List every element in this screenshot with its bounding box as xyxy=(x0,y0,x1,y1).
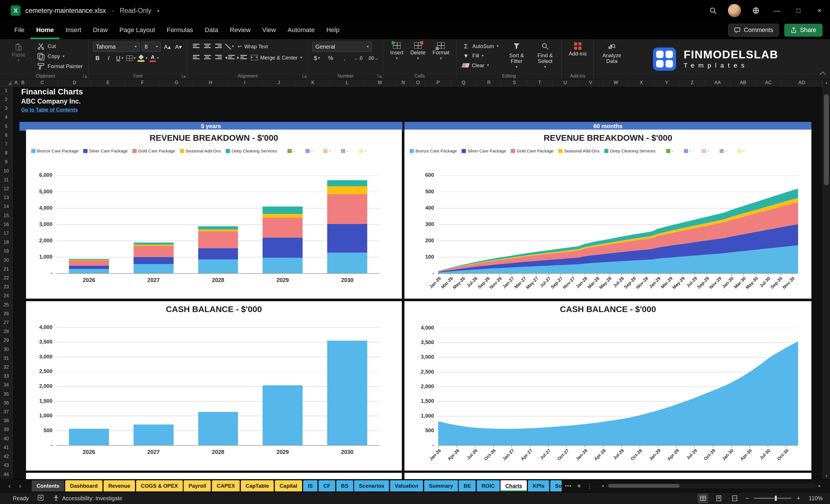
row-header-17[interactable]: 17 xyxy=(0,229,12,238)
minimize-button[interactable]: — xyxy=(767,0,788,21)
font-family-select[interactable]: Tahoma ▾ xyxy=(93,42,139,52)
scroll-left-button[interactable]: ◄ xyxy=(601,484,605,488)
accessibility-status-button[interactable]: Accessibility: Investigate xyxy=(53,495,122,502)
fill-button[interactable]: ▼ Fill ▾ xyxy=(461,52,500,60)
clipboard-dialog-launcher[interactable] xyxy=(83,74,87,77)
column-header-z[interactable]: Z xyxy=(679,80,705,86)
row-header-25[interactable]: 25 xyxy=(0,301,12,310)
row-header-9[interactable]: 9 xyxy=(0,158,12,166)
search-button[interactable] xyxy=(702,0,724,21)
sheet-tab-scenarios[interactable]: Scenarios xyxy=(354,480,389,492)
column-header-o[interactable]: O xyxy=(411,80,425,86)
sheet-nav-next-button[interactable]: › xyxy=(16,482,25,490)
font-size-select[interactable]: 8 ▾ xyxy=(141,42,161,52)
row-header-8[interactable]: 8 xyxy=(0,149,12,158)
menu-insert[interactable]: Insert xyxy=(60,21,87,39)
row-header-1[interactable]: 1 xyxy=(0,86,12,95)
row-header-19[interactable]: 19 xyxy=(0,247,12,256)
sheet-tab-bs[interactable]: BS xyxy=(337,480,353,492)
row-header-34[interactable]: 34 xyxy=(0,381,12,389)
column-header-r[interactable]: R xyxy=(477,80,502,86)
column-header-j[interactable]: J xyxy=(262,80,296,86)
horizontal-scrollbar[interactable]: ◄ ► xyxy=(601,483,830,488)
column-header-x[interactable]: X xyxy=(629,80,654,86)
row-header-42[interactable]: 42 xyxy=(0,452,12,461)
row-header-10[interactable]: 10 xyxy=(0,167,12,176)
row-header-35[interactable]: 35 xyxy=(0,390,12,399)
sheet-tab-payroll[interactable]: Payroll xyxy=(184,480,211,492)
normal-view-button[interactable] xyxy=(698,494,708,503)
alignment-dialog-launcher[interactable] xyxy=(302,74,306,77)
menu-help[interactable]: Help xyxy=(321,21,345,39)
align-left-button[interactable] xyxy=(192,53,200,62)
sheet-tab-contents[interactable]: Contents xyxy=(32,480,64,492)
merge-center-button[interactable]: Merge & Center ▾ xyxy=(249,53,304,62)
horizontal-scroll-track[interactable] xyxy=(606,483,816,488)
row-header-28[interactable]: 28 xyxy=(0,327,12,336)
row-header-32[interactable]: 32 xyxy=(0,363,12,372)
vertical-scroll-track[interactable] xyxy=(823,86,830,473)
close-button[interactable]: × xyxy=(809,0,830,21)
column-header-w[interactable]: W xyxy=(604,80,629,86)
autosum-button[interactable]: Σ AutoSum ▾ xyxy=(461,42,500,51)
row-header-29[interactable]: 29 xyxy=(0,336,12,345)
more-sheets-button[interactable]: ••• xyxy=(565,483,571,489)
share-button[interactable]: Share xyxy=(784,24,823,36)
page-break-view-button[interactable] xyxy=(729,494,740,503)
grow-font-button[interactable]: A▴ xyxy=(163,42,171,52)
maximize-button[interactable]: □ xyxy=(788,0,809,21)
row-header-16[interactable]: 16 xyxy=(0,220,12,229)
row-header-12[interactable]: 12 xyxy=(0,185,12,193)
globe-button[interactable] xyxy=(745,0,767,21)
delete-cells-button[interactable]: Delete ▾ xyxy=(408,42,428,61)
column-header-q[interactable]: Q xyxy=(451,80,477,86)
column-header-ab[interactable]: AB xyxy=(731,80,756,86)
clear-button[interactable]: Clear ▾ xyxy=(461,61,500,70)
column-header-k[interactable]: K xyxy=(296,80,330,86)
macro-record-button[interactable] xyxy=(37,494,44,503)
menu-data[interactable]: Data xyxy=(199,21,224,39)
chart-cash-balance-annual[interactable]: CASH BALANCE - $'0004,0003,5003,0002,500… xyxy=(26,301,402,471)
title-dropdown-icon[interactable]: ▾ xyxy=(157,8,159,13)
column-header-c[interactable]: C xyxy=(27,80,58,86)
sheet-tab-so[interactable]: So xyxy=(550,480,562,492)
sheet-tab-be[interactable]: BE xyxy=(459,480,476,492)
row-header-41[interactable]: 41 xyxy=(0,443,12,452)
vertical-scroll-thumb[interactable] xyxy=(824,94,829,185)
column-header-aa[interactable]: AA xyxy=(705,80,731,86)
analyze-data-button[interactable]: Analyze Data xyxy=(598,42,626,65)
menu-view[interactable]: View xyxy=(257,21,282,39)
align-center-button[interactable] xyxy=(203,53,212,62)
column-header-h[interactable]: H xyxy=(194,80,227,86)
scroll-up-button[interactable]: ▲ xyxy=(823,80,830,86)
row-header-27[interactable]: 27 xyxy=(0,318,12,327)
menu-review[interactable]: Review xyxy=(224,21,256,39)
zoom-in-button[interactable]: + xyxy=(797,495,800,502)
row-header-2[interactable]: 2 xyxy=(0,95,12,104)
sheet-tab-capital[interactable]: Capital xyxy=(275,480,302,492)
column-header-p[interactable]: P xyxy=(425,80,451,86)
vertical-scrollbar[interactable]: ▲ ▼ xyxy=(823,80,830,479)
comma-format-button[interactable]: , xyxy=(340,54,349,63)
increase-indent-button[interactable] xyxy=(237,53,247,62)
table-of-contents-link[interactable]: Go to Table of Contents xyxy=(21,107,78,113)
column-header-u[interactable]: U xyxy=(552,80,578,86)
menu-draw[interactable]: Draw xyxy=(87,21,114,39)
cut-button[interactable]: Cut xyxy=(35,42,84,51)
align-right-button[interactable] xyxy=(214,53,223,62)
row-header-33[interactable]: 33 xyxy=(0,372,12,381)
row-header-18[interactable]: 18 xyxy=(0,238,12,247)
row-header-37[interactable]: 37 xyxy=(0,408,12,416)
percent-format-button[interactable]: % xyxy=(326,54,335,63)
sheet-tab-captable[interactable]: CapTable xyxy=(241,480,274,492)
underline-button[interactable]: U ▾ xyxy=(115,54,124,63)
comments-button[interactable]: Comments xyxy=(728,24,779,36)
scroll-down-button[interactable]: ▼ xyxy=(823,473,830,479)
column-header-ad[interactable]: AD xyxy=(781,80,822,86)
row-header-3[interactable]: 3 xyxy=(0,104,12,113)
row-header-14[interactable]: 14 xyxy=(0,202,12,211)
new-sheet-button[interactable]: + xyxy=(577,482,581,490)
bold-button[interactable]: B xyxy=(93,54,102,63)
column-header-s[interactable]: S xyxy=(502,80,527,86)
column-header-t[interactable]: T xyxy=(527,80,552,86)
